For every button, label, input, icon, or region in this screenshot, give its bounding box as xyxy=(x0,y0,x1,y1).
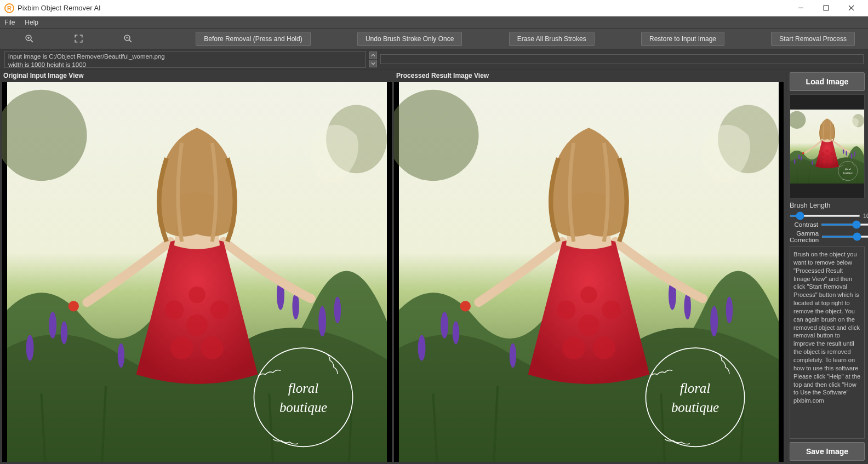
spinner-up-icon[interactable] xyxy=(369,51,377,59)
svg-rect-1 xyxy=(824,5,829,10)
info-line-1: input image is C:/Object Remover/Beautif… xyxy=(8,53,362,61)
erase-all-button[interactable]: Erase All Brush Strokes xyxy=(509,32,595,46)
restore-button[interactable]: Restore to Input Image xyxy=(641,32,724,46)
brush-length-value: 10 xyxy=(863,213,868,219)
start-removal-button[interactable]: Start Removal Process xyxy=(771,32,855,46)
menu-help[interactable]: Help xyxy=(25,19,38,26)
gamma-label: Gamma Correction xyxy=(790,230,819,243)
brush-length-slider[interactable] xyxy=(790,215,860,217)
info-box: input image is C:/Object Remover/Beautif… xyxy=(4,51,366,68)
right-panel-header: Processed Result Image View xyxy=(393,70,786,82)
info-bar: input image is C:/Object Remover/Beautif… xyxy=(0,49,868,70)
zoom-in-icon[interactable] xyxy=(4,34,54,43)
titlebar: R Pixbim Object Remover AI xyxy=(0,0,868,16)
menu-file[interactable]: File xyxy=(4,19,15,26)
sidebar: Load Image Brush Length 10 Contrast 0 Ga… xyxy=(786,70,868,464)
brush-length-label: Brush Length xyxy=(790,202,865,210)
load-image-button[interactable]: Load Image xyxy=(790,72,865,91)
processed-image-canvas[interactable] xyxy=(394,82,784,462)
left-panel-header: Original Input Image View xyxy=(0,70,393,82)
info-line-2: width is 1000 height is 1000 xyxy=(8,61,362,68)
fit-screen-icon[interactable] xyxy=(54,34,103,43)
help-text: Brush on the object you want to remove b… xyxy=(790,247,865,439)
menubar: File Help xyxy=(0,16,868,28)
undo-brush-button[interactable]: Undo Brush Stroke Only Once xyxy=(357,32,462,46)
minimize-button[interactable] xyxy=(788,0,813,16)
gamma-slider[interactable] xyxy=(821,236,868,238)
svg-line-9 xyxy=(129,40,131,42)
toolbar: Before Removal (Press and Hold) Undo Bru… xyxy=(0,28,868,49)
before-removal-button[interactable]: Before Removal (Press and Hold) xyxy=(196,32,310,46)
contrast-slider[interactable] xyxy=(821,224,868,226)
close-button[interactable] xyxy=(838,0,864,16)
window-title: Pixbim Object Remover AI xyxy=(18,4,788,12)
zoom-out-icon[interactable] xyxy=(103,34,152,43)
maximize-button[interactable] xyxy=(813,0,838,16)
svg-line-5 xyxy=(30,40,32,42)
app-logo-icon: R xyxy=(4,3,14,13)
original-image-canvas[interactable] xyxy=(2,82,392,462)
contrast-label: Contrast xyxy=(790,221,818,228)
info-spinner[interactable] xyxy=(369,51,377,68)
thumbnail-preview xyxy=(790,94,865,198)
status-field xyxy=(380,54,864,64)
spinner-down-icon[interactable] xyxy=(369,60,377,67)
save-image-button[interactable]: Save Image xyxy=(790,442,865,461)
